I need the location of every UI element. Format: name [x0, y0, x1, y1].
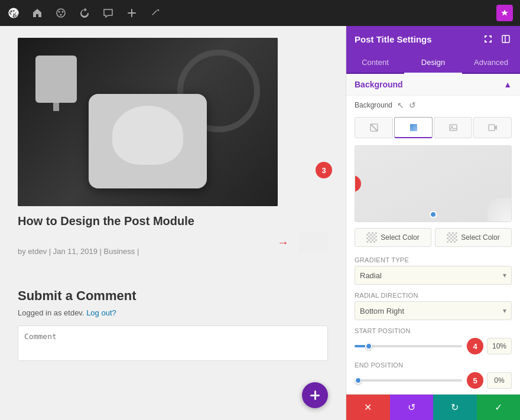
tab-design[interactable]: Design — [404, 52, 462, 74]
background-label-row: Background ↖ ↺ — [346, 96, 520, 115]
start-position-fill — [355, 345, 365, 347]
color-select-label-2: Select Color — [461, 233, 499, 242]
read-more-btn — [298, 232, 328, 253]
undo-button[interactable]: ↺ — [390, 395, 434, 420]
floating-action-button[interactable] — [302, 382, 328, 408]
panel-fullscreen-icon[interactable] — [482, 33, 494, 45]
end-position-label: End Position — [355, 362, 512, 369]
tab-advanced[interactable]: Advanced — [462, 52, 520, 73]
svg-point-2 — [58, 11, 60, 13]
redo-button[interactable]: ↻ — [433, 395, 477, 420]
start-position-track[interactable] — [355, 345, 462, 347]
earbuds-box — [89, 94, 207, 188]
comment-icon[interactable] — [102, 6, 115, 19]
top-toolbar — [0, 0, 520, 26]
post-meta: by etdev | Jan 11, 2019 | Business | → — [18, 232, 328, 271]
step5-badge: 5 — [467, 372, 483, 389]
svg-point-3 — [62, 11, 64, 13]
start-position-row: Start Position 4 10% — [346, 324, 520, 358]
comment-section-title: Submit a Comment — [18, 288, 328, 304]
background-section-header: Background ▲ — [346, 74, 520, 96]
svg-rect-10 — [450, 125, 457, 131]
step4-badge: 4 — [467, 338, 483, 354]
svg-point-4 — [60, 14, 62, 16]
wordpress-icon[interactable] — [7, 6, 20, 19]
step1-badge: 1 — [355, 175, 361, 192]
canvas: How to Design the Post Module by etdev |… — [0, 26, 346, 420]
save-button[interactable]: ✓ — [477, 395, 521, 420]
palette-icon[interactable] — [54, 6, 67, 19]
color-select-btn-1[interactable]: Select Color — [355, 228, 431, 247]
panel-action-bar: ✕ ↺ ↻ ✓ — [346, 394, 520, 420]
tab-content[interactable]: Content — [346, 52, 404, 73]
end-position-thumb[interactable] — [355, 377, 362, 384]
start-position-slider: 4 10% — [355, 338, 512, 354]
svg-point-1 — [57, 9, 65, 17]
gradient-type-label: Gradient Type — [355, 256, 512, 263]
chevron-down-icon: ▾ — [503, 271, 506, 279]
logged-in-text: Logged in as etdev. Log out? — [18, 308, 328, 317]
panel-header-icons — [482, 33, 512, 45]
bg-type-image[interactable] — [434, 117, 472, 138]
background-label: Background — [355, 101, 392, 109]
panel-expand-icon[interactable] — [500, 33, 512, 45]
color-select-row: Select Color Select Color — [346, 228, 520, 253]
color-select-btn-2[interactable]: Select Color — [435, 228, 512, 247]
house-icon[interactable] — [31, 6, 44, 19]
bg-type-gradient[interactable] — [394, 117, 433, 138]
blog-post-image — [18, 38, 278, 206]
start-position-label: Start Position — [355, 327, 512, 334]
section-title: Background — [355, 80, 403, 89]
checker-pattern-1 — [366, 232, 377, 243]
svg-rect-5 — [502, 35, 509, 43]
step3-badge: 3 — [316, 162, 332, 178]
bg-type-icons — [346, 115, 520, 143]
start-position-thumb[interactable] — [365, 343, 372, 350]
panel-content: Background ▲ Background ↖ ↺ — [346, 74, 520, 394]
section-collapse-icon[interactable]: ▲ — [503, 80, 512, 89]
reset-icon[interactable]: ↺ — [409, 100, 416, 110]
svg-line-7 — [370, 124, 378, 131]
radial-direction-select[interactable]: Bottom Right ▾ — [355, 301, 512, 320]
end-position-slider: 5 0% — [355, 372, 512, 389]
main-area: How to Design the Post Module by etdev |… — [0, 26, 520, 420]
post-title: How to Design the Post Module — [18, 214, 328, 228]
radial-direction-label: Radial Direction — [355, 292, 512, 299]
end-position-row: End Position 5 0% — [346, 358, 520, 392]
color-select-label-1: Select Color — [381, 233, 419, 242]
star-icon[interactable] — [496, 5, 513, 21]
svg-rect-12 — [489, 125, 495, 131]
gradient-type-row: Gradient Type Radial 2 ▾ — [346, 253, 520, 288]
refresh-icon[interactable] — [78, 6, 91, 19]
edit-icon[interactable] — [149, 6, 162, 19]
radial-direction-row: Radial Direction Bottom Right ▾ — [346, 288, 520, 324]
panel-tabs: Content Design Advanced — [346, 52, 520, 74]
panel-title: Post Title Settings — [355, 34, 432, 44]
radial-chevron-icon: ▾ — [503, 307, 506, 315]
start-position-value[interactable]: 10% — [487, 338, 512, 354]
end-position-value[interactable]: 0% — [487, 372, 512, 389]
bg-type-none[interactable] — [355, 117, 393, 138]
star-icon-wrapper — [496, 5, 513, 21]
bg-type-video[interactable] — [473, 117, 512, 138]
cancel-button[interactable]: ✕ — [346, 395, 390, 420]
gradient-type-select[interactable]: Radial 2 ▾ — [355, 266, 512, 285]
gradient-stop-marker[interactable] — [430, 211, 437, 218]
panel-header: Post Title Settings — [346, 26, 520, 52]
plus-icon[interactable] — [125, 6, 138, 19]
cursor-icon[interactable]: ↖ — [397, 100, 404, 110]
right-panel: Post Title Settings Content Design — [346, 26, 520, 420]
start-value-wrapper: 4 10% — [467, 338, 512, 354]
end-value-wrapper: 5 0% — [467, 372, 512, 389]
svg-rect-9 — [410, 124, 417, 131]
charger — [35, 56, 77, 103]
logout-link[interactable]: Log out? — [86, 308, 116, 317]
comment-input[interactable] — [18, 325, 328, 361]
end-position-track[interactable] — [355, 379, 462, 382]
gradient-preview: 1 — [355, 145, 512, 222]
checker-pattern-2 — [447, 232, 457, 243]
arrow-icon: → — [277, 236, 289, 249]
